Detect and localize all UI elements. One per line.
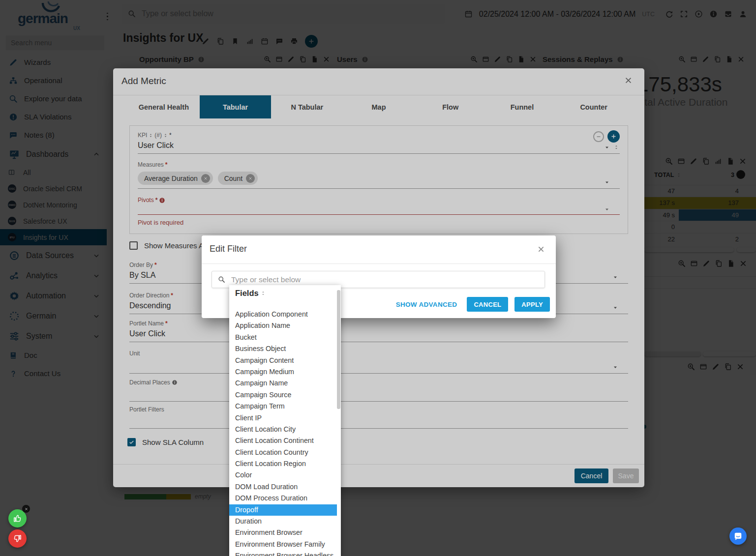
dropdown-scrollbar[interactable]	[337, 290, 340, 409]
field-option[interactable]: Campaign Source	[229, 389, 337, 401]
fields-group-header[interactable]: Fields	[235, 289, 266, 298]
divider	[202, 263, 556, 264]
field-option[interactable]: Application Component	[229, 309, 337, 320]
chat-bubble-icon	[733, 531, 743, 541]
field-option[interactable]: Campaign Content	[229, 355, 337, 366]
field-option[interactable]: Business Object	[229, 343, 337, 354]
field-option[interactable]: Campaign Medium	[229, 366, 337, 378]
close-icon[interactable]	[537, 245, 545, 253]
field-option[interactable]: Application Name	[229, 320, 337, 331]
dismiss-feedback-button[interactable]	[22, 505, 30, 513]
field-option[interactable]: DOM Process Duration	[229, 493, 337, 504]
field-option[interactable]: Bucket	[229, 332, 337, 343]
filter-search-input[interactable]	[230, 275, 539, 285]
field-option[interactable]: Client Location City	[229, 424, 337, 435]
thumbs-up-icon	[13, 514, 22, 523]
close-icon	[25, 507, 28, 511]
field-option[interactable]: Client IP	[229, 412, 337, 424]
field-option[interactable]: Client Location Country	[229, 447, 337, 458]
fields-list: Application ComponentApplication NameBuc…	[229, 309, 337, 556]
field-option[interactable]: Color	[229, 469, 337, 481]
fields-dropdown: Fields Application ComponentApplication …	[229, 285, 341, 556]
field-option[interactable]: Environment Browser	[229, 527, 337, 538]
field-option[interactable]: Dropoff	[229, 504, 337, 516]
search-icon	[218, 276, 225, 283]
dialog-title: Edit Filter	[210, 244, 247, 254]
field-option[interactable]: Campaign Name	[229, 378, 337, 389]
feedback-negative-button[interactable]	[8, 529, 27, 548]
app-root: germain UX Wizards Operational Explore y…	[0, 0, 756, 556]
apply-button[interactable]: APPLY	[514, 297, 550, 312]
cancel-button[interactable]: CANCEL	[467, 297, 508, 312]
thumbs-down-icon	[13, 534, 22, 543]
field-option[interactable]: Client Location Continent	[229, 435, 337, 446]
chat-widget-button[interactable]	[729, 527, 747, 545]
field-option[interactable]: Campaign Term	[229, 401, 337, 412]
field-option[interactable]: Environment Browser Family	[229, 539, 337, 550]
show-advanced-link[interactable]: SHOW ADVANCED	[396, 301, 457, 308]
field-option[interactable]: Environment Browser Headless	[229, 550, 337, 556]
field-option[interactable]: DOM Load Duration	[229, 481, 337, 493]
dialog-actions: SHOW ADVANCED CANCEL APPLY	[396, 297, 550, 312]
field-option[interactable]: Client Location Region	[229, 458, 337, 469]
sort-icon[interactable]	[261, 290, 266, 296]
field-option[interactable]: Duration	[229, 516, 337, 527]
